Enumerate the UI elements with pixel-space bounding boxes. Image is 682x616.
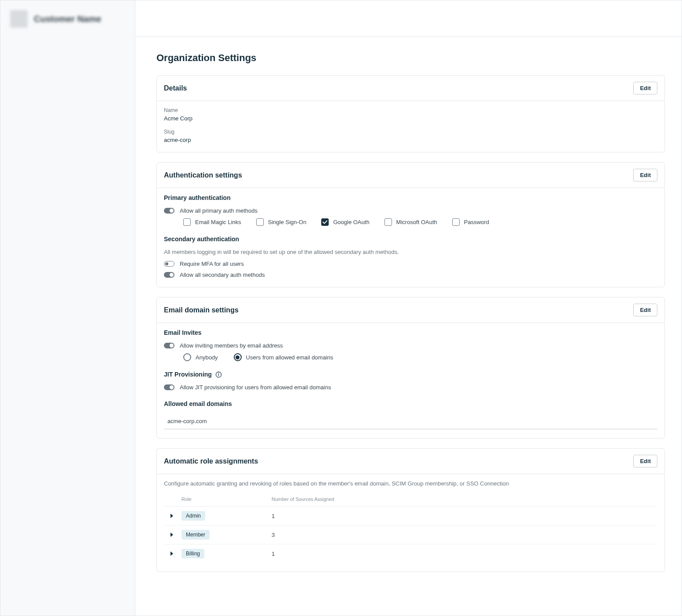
allowed-domain-input[interactable] [164, 413, 657, 429]
roles-edit-button[interactable]: Edit [633, 455, 657, 467]
sidebar-header[interactable]: Customer Name [0, 0, 135, 37]
auth-method-item[interactable]: Single Sign-On [256, 218, 306, 226]
auth-methods-row: Email Magic LinksSingle Sign-OnGoogle OA… [183, 218, 657, 226]
email-domain-title: Email domain settings [164, 306, 239, 314]
require-mfa-label: Require MFA for all users [180, 261, 244, 267]
roles-hint: Configure automatic granting and revokin… [164, 480, 657, 487]
auth-method-label: Microsoft OAuth [396, 219, 437, 225]
invite-radio-item[interactable]: Anybody [183, 353, 218, 361]
auth-method-label: Google OAuth [333, 219, 369, 225]
allow-all-secondary-toggle[interactable] [164, 272, 174, 278]
caret-right-icon[interactable] [168, 550, 175, 557]
topbar [135, 0, 682, 37]
radio[interactable] [183, 353, 191, 361]
table-row[interactable]: Member3 [164, 525, 657, 544]
auth-edit-button[interactable]: Edit [633, 169, 657, 181]
table-row[interactable]: Admin1 [164, 506, 657, 525]
table-row[interactable]: Billing1 [164, 544, 657, 563]
allow-jit-toggle[interactable] [164, 384, 174, 390]
details-card-header: Details Edit [157, 76, 664, 101]
jit-heading: JIT Provisioning [164, 371, 212, 378]
checkbox[interactable] [385, 218, 392, 226]
checkbox[interactable] [256, 218, 264, 226]
allowed-domains-heading: Allowed email domains [164, 400, 657, 407]
allow-jit-label: Allow JIT provisioning for users from al… [180, 384, 331, 391]
role-source-count: 1 [272, 551, 275, 557]
allow-all-secondary-label: Allow all secondary auth methods [180, 272, 265, 278]
primary-auth-heading: Primary authentication [164, 194, 657, 201]
secondary-hint: All members logging in will be required … [164, 249, 657, 255]
details-title: Details [164, 84, 187, 92]
app-frame: Customer Name Organization Settings Deta… [0, 0, 682, 616]
checkbox[interactable] [183, 218, 191, 226]
auth-method-item[interactable]: Microsoft OAuth [385, 218, 437, 226]
email-domain-edit-button[interactable]: Edit [633, 304, 657, 316]
allow-invites-toggle[interactable] [164, 343, 174, 348]
avatar [10, 10, 28, 28]
name-value: Acme Corp [164, 115, 657, 122]
caret-right-icon[interactable] [168, 531, 175, 538]
roles-th-role: Role [181, 496, 272, 502]
slug-value: acme-corp [164, 137, 657, 143]
sidebar: Customer Name [0, 0, 135, 616]
auth-method-item[interactable]: Email Magic Links [183, 218, 241, 226]
role-badge: Member [181, 530, 210, 540]
caret-right-icon[interactable] [168, 512, 175, 519]
roles-title: Automatic role assignments [164, 457, 258, 465]
role-source-count: 1 [272, 513, 275, 519]
page-title: Organization Settings [156, 52, 665, 64]
auth-method-label: Password [464, 219, 489, 225]
auth-method-label: Email Magic Links [195, 219, 241, 225]
auth-card: Authentication settings Edit Primary aut… [156, 162, 665, 287]
checkbox[interactable] [452, 218, 460, 226]
name-label: Name [164, 107, 657, 113]
role-source-count: 3 [272, 532, 275, 538]
auth-method-item[interactable]: Google OAuth [321, 218, 369, 226]
invite-radio-label: Anybody [196, 354, 218, 361]
role-badge: Billing [181, 549, 204, 558]
auth-card-header: Authentication settings Edit [157, 163, 664, 188]
roles-card-header: Automatic role assignments Edit [157, 449, 664, 474]
checkbox[interactable] [321, 218, 329, 226]
secondary-auth-heading: Secondary authentication [164, 236, 657, 243]
allow-all-primary-toggle[interactable] [164, 208, 174, 214]
details-card: Details Edit Name Acme Corp Slug acme-co… [156, 75, 665, 152]
email-domain-card-header: Email domain settings Edit [157, 297, 664, 323]
radio[interactable] [234, 353, 242, 361]
role-badge: Admin [181, 511, 205, 521]
customer-name: Customer Name [34, 14, 101, 24]
roles-card: Automatic role assignments Edit Configur… [156, 448, 665, 572]
auth-method-label: Single Sign-On [268, 219, 306, 225]
main: Organization Settings Details Edit Name … [135, 0, 682, 616]
svg-rect-2 [218, 374, 219, 376]
require-mfa-toggle[interactable] [164, 261, 174, 267]
email-domain-card: Email domain settings Edit Email Invites… [156, 297, 665, 438]
roles-table: Role Number of Sources Assigned Admin1Me… [164, 494, 657, 563]
invite-radio-label: Users from allowed email domains [246, 354, 334, 361]
roles-th-sources: Number of Sources Assigned [272, 496, 657, 502]
email-invites-heading: Email Invites [164, 329, 657, 336]
allow-all-primary-label: Allow all primary auth methods [180, 207, 258, 214]
auth-title: Authentication settings [164, 171, 242, 179]
slug-label: Slug [164, 129, 657, 135]
allow-invites-label: Allow inviting members by email address [180, 342, 283, 349]
info-icon[interactable] [215, 371, 222, 378]
content: Organization Settings Details Edit Name … [135, 37, 682, 599]
auth-method-item[interactable]: Password [452, 218, 489, 226]
invite-radio-item[interactable]: Users from allowed email domains [234, 353, 334, 361]
svg-point-1 [218, 373, 219, 373]
invite-radio-row: AnybodyUsers from allowed email domains [183, 353, 657, 361]
details-edit-button[interactable]: Edit [633, 82, 657, 94]
